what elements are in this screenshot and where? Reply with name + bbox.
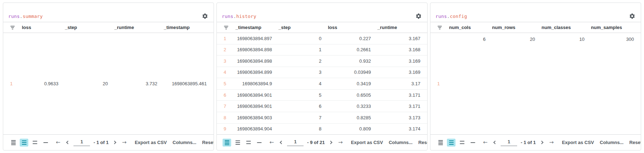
first-page-button[interactable]: ← — [53, 138, 63, 147]
table-row[interactable]: 51698063894.940.34193.17 — [217, 78, 427, 90]
row-height-xsmall-button[interactable] — [9, 139, 18, 147]
last-page-button[interactable]: → — [547, 138, 556, 147]
row-height-medium-button[interactable] — [244, 139, 253, 147]
reset-table-button[interactable]: Reset table — [418, 140, 428, 145]
gear-icon[interactable] — [202, 13, 208, 19]
column-header-loss[interactable]: loss — [18, 25, 61, 30]
column-header-_timestamp[interactable]: _timestamp — [159, 25, 209, 30]
table-row[interactable]: 31698063894.89820.9323.169 — [217, 56, 427, 67]
row-height-medium-button[interactable] — [30, 139, 39, 147]
export-csv-button[interactable]: Export as CSV — [562, 140, 594, 145]
export-csv-button[interactable]: Export as CSV — [135, 140, 167, 145]
table-cell: 1698063894.898 — [231, 47, 274, 52]
row-height-large-button[interactable] — [255, 139, 263, 147]
table-panel: runs.history _timestamp_steploss_runtime… — [216, 3, 428, 150]
table-row[interactable]: 11698063894.89700.2273.167 — [217, 33, 427, 44]
filter-icon[interactable] — [436, 25, 445, 30]
page-number-input[interactable] — [73, 139, 90, 146]
gear-icon[interactable] — [415, 13, 422, 19]
page-count-label: - 1 of 1 — [94, 140, 109, 145]
table-row[interactable]: 41698063894.89930.039493.169 — [217, 67, 427, 78]
panel-title-object: runs — [222, 14, 233, 19]
table-cell: 2 — [274, 58, 324, 64]
first-page-button[interactable]: ← — [481, 138, 490, 147]
columns-button[interactable]: Columns... — [389, 140, 412, 145]
table-row[interactable]: 91698063894.90480.8093.174 — [217, 124, 427, 135]
column-header-_runtime[interactable]: _runtime — [373, 25, 423, 30]
table-header-row: _timestamp_steploss_runtime — [217, 22, 427, 33]
last-page-icon: → — [549, 140, 554, 145]
previous-page-button[interactable] — [276, 138, 286, 147]
page-number-input[interactable] — [287, 139, 304, 146]
table-cell: 3.732 — [110, 81, 159, 86]
table-footer: ← - 1 of 1 → Export as CSV Columns... Re… — [430, 134, 641, 150]
table-panel: runs.summary loss_step_runtime_timestamp… — [3, 3, 214, 150]
previous-page-button[interactable] — [490, 138, 499, 147]
reset-table-button[interactable]: Reset table — [202, 140, 214, 145]
panel-title-field: config — [450, 14, 467, 19]
columns-button[interactable]: Columns... — [173, 140, 196, 145]
row-index: 7 — [223, 104, 231, 109]
table-cell: 1698063894.9 — [231, 81, 274, 86]
first-page-button[interactable]: ← — [267, 138, 276, 147]
table-row[interactable]: 61698063894.90150.65053.171 — [217, 90, 427, 101]
table-row[interactable]: 71698063894.90160.32333.171 — [217, 101, 427, 112]
reset-table-button[interactable]: Reset table — [629, 140, 641, 145]
panel-title-field: summary — [23, 14, 43, 19]
columns-button[interactable]: Columns... — [600, 140, 624, 145]
column-header-num_samples[interactable]: num_samples — [587, 25, 636, 30]
row-height-xsmall-button[interactable] — [436, 139, 445, 147]
last-page-button[interactable]: → — [336, 138, 345, 147]
table-cell: 3.173 — [373, 115, 423, 120]
row-height-xsmall-button[interactable] — [223, 139, 231, 147]
export-csv-button[interactable]: Export as CSV — [351, 140, 383, 145]
row-height-large-button[interactable] — [41, 139, 50, 147]
table-row[interactable]: 21698063894.89810.26613.168 — [217, 44, 427, 56]
next-page-button[interactable] — [110, 138, 120, 147]
row-height-large-button[interactable] — [468, 139, 477, 147]
filter-icon[interactable] — [223, 25, 231, 30]
table-panel: runs.config num_colsnum_rowsnum_classesn… — [430, 3, 641, 150]
column-header-_timestamp[interactable]: _timestamp — [231, 25, 274, 30]
table-row[interactable]: 162010300 — [430, 33, 641, 134]
row-height-small-button[interactable] — [233, 139, 242, 147]
filter-icon[interactable] — [9, 25, 18, 30]
first-page-icon: ← — [269, 140, 274, 145]
column-header-loss[interactable]: loss — [324, 25, 373, 30]
table-cell: 1698063894.904 — [231, 126, 274, 132]
panel-title: runs.config — [435, 14, 467, 19]
next-page-icon — [329, 141, 333, 144]
table-cell: 10 — [537, 33, 587, 42]
table-row[interactable]: 81698063894.90370.82853.173 — [217, 112, 427, 124]
row-height-controls — [436, 139, 477, 147]
column-header-num_rows[interactable]: num_rows — [488, 25, 537, 30]
page-number-input[interactable] — [501, 139, 517, 146]
table-cell: 4 — [274, 81, 324, 86]
row-index: 5 — [223, 81, 231, 86]
table-cell: 1698063894.897 — [231, 36, 274, 41]
column-header-_step[interactable]: _step — [274, 25, 324, 30]
last-page-button[interactable]: → — [120, 138, 129, 147]
table-header-row: loss_step_runtime_timestamp — [3, 22, 214, 33]
row-height-small-button[interactable] — [20, 139, 28, 147]
row-height-medium-button[interactable] — [458, 139, 466, 147]
last-page-icon: → — [122, 140, 127, 145]
column-header-num_cols[interactable]: num_cols — [445, 25, 488, 30]
table-cell: 0.227 — [324, 36, 373, 41]
table-cell: 20 — [61, 81, 110, 86]
last-page-icon: → — [338, 140, 343, 145]
row-height-small-button[interactable] — [447, 139, 455, 147]
first-page-icon: ← — [56, 140, 61, 145]
previous-page-button[interactable] — [63, 138, 72, 147]
panel-title: runs.summary — [8, 14, 43, 19]
table-cell: 3.17 — [373, 81, 423, 86]
table-row[interactable]: 10.9633203.7321698063895.461 — [3, 78, 214, 89]
column-header-_runtime[interactable]: _runtime — [110, 25, 159, 30]
column-header-num_classes[interactable]: num_classes — [537, 25, 587, 30]
table-cell: 1698063894.901 — [231, 92, 274, 98]
column-header-_step[interactable]: _step — [61, 25, 110, 30]
gear-icon[interactable] — [629, 13, 635, 19]
next-page-button[interactable] — [538, 138, 547, 147]
table-cell: 6 — [445, 33, 488, 42]
next-page-button[interactable] — [326, 138, 336, 147]
